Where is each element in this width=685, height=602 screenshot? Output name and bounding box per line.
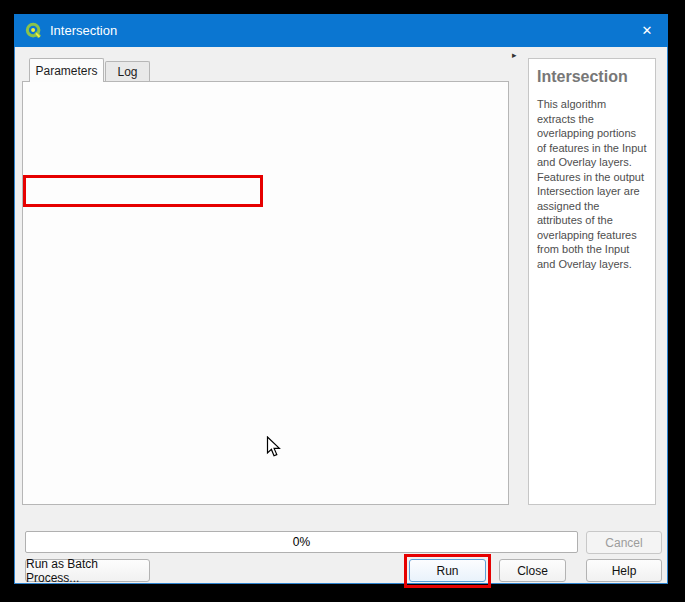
- qgis-logo-icon: [25, 22, 43, 40]
- tab-log[interactable]: Log: [105, 61, 150, 82]
- run-as-batch-label: Run as Batch Process...: [26, 557, 149, 585]
- cancel-button: Cancel: [586, 531, 662, 554]
- tab-log-label: Log: [117, 65, 137, 79]
- close-window-button[interactable]: ✕: [626, 14, 668, 47]
- run-as-batch-button[interactable]: Run as Batch Process...: [25, 559, 150, 582]
- close-icon: ✕: [642, 23, 653, 38]
- tab-parameters[interactable]: Parameters: [29, 58, 104, 82]
- run-button-label: Run: [436, 564, 458, 578]
- progress-bar: 0%: [25, 531, 578, 553]
- help-button-label: Help: [612, 564, 637, 578]
- progress-label: 0%: [293, 535, 310, 549]
- run-button[interactable]: Run: [409, 559, 486, 582]
- tab-parameters-label: Parameters: [35, 64, 97, 78]
- help-title: Intersection: [537, 68, 647, 86]
- help-description: This algorithm extracts the overlapping …: [537, 97, 647, 271]
- window-title: Intersection: [50, 23, 117, 38]
- panel-collapse-icon[interactable]: ▸: [512, 50, 517, 60]
- title-bar: Intersection ✕: [14, 14, 668, 47]
- screenshot-root: Intersection ✕ Parameters Log Input laye…: [0, 0, 685, 602]
- close-button-label: Close: [517, 564, 548, 578]
- cancel-button-label: Cancel: [605, 536, 642, 550]
- close-button[interactable]: Close: [499, 559, 566, 582]
- help-panel: Intersection This algorithm extracts the…: [528, 58, 656, 505]
- mouse-cursor: [266, 436, 281, 458]
- help-button[interactable]: Help: [586, 559, 662, 582]
